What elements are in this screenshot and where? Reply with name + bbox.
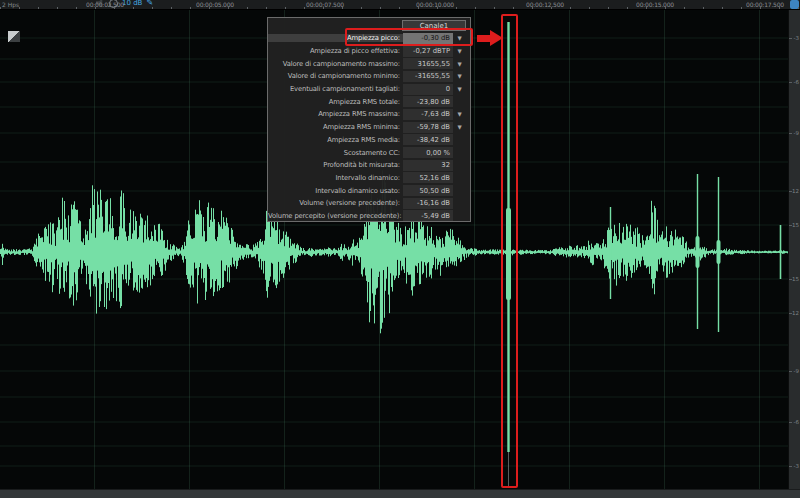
statistics-rows: Ampiezza picco:-0,30 dB▼Ampiezza di picc… xyxy=(268,32,470,222)
statistic-label: Valore di campionamento massimo: xyxy=(268,60,403,68)
ruler-tick xyxy=(608,7,609,9)
amplitude-tick-label: -6 xyxy=(794,419,799,425)
statistic-label: Intervallo dinamico: xyxy=(268,174,403,182)
locate-value-arrow-icon[interactable]: ▼ xyxy=(453,111,466,117)
amplitude-ruler[interactable]: -3-6-9-12-15-15-12-9-6-3 xyxy=(788,9,800,490)
ruler-tick xyxy=(190,7,191,9)
statistic-row: Ampiezza RMS minima:-59,78 dB▼ xyxy=(268,121,470,134)
ruler-tick xyxy=(247,7,248,9)
time-label: 00:00:10.000 xyxy=(416,1,454,8)
ruler-tick xyxy=(494,7,495,9)
amplitude-tick xyxy=(789,313,792,314)
pencil-icon[interactable]: ✎ xyxy=(146,0,153,7)
timeline-ruler[interactable]: 2 Hps 10 dB ✎ 00:00:02.50000:00:05.00000… xyxy=(0,0,800,10)
statistic-row: Volume percepito (versione precedente):-… xyxy=(268,210,470,223)
amplitude-tick xyxy=(789,422,792,423)
statistic-value: -0,27 dBTP xyxy=(403,46,453,57)
statistic-row: Ampiezza RMS massima:-7,63 dB▼ xyxy=(268,108,470,121)
statistic-label: Profondità bit misurata: xyxy=(268,161,403,169)
ruler-tick xyxy=(760,7,761,9)
peak-spike-highlight-box xyxy=(501,14,518,488)
ruler-tick xyxy=(456,7,457,9)
statistic-row: Intervallo dinamico usato:50,50 dB xyxy=(268,184,470,197)
ruler-tick xyxy=(589,7,590,9)
statistic-value: 31655,55 xyxy=(403,58,453,69)
ruler-tick xyxy=(209,7,210,9)
ruler-tick xyxy=(722,7,723,9)
red-arrow-annotation xyxy=(477,30,503,47)
ruler-tick xyxy=(19,7,20,9)
statistic-value: -5,49 dB xyxy=(403,210,453,221)
amplitude-statistics-panel: Canale1 Ampiezza picco:-0,30 dB▼Ampiezza… xyxy=(267,17,471,222)
statistic-row: Volume (versione precedente):-16,16 dB xyxy=(268,197,470,210)
ruler-tick xyxy=(152,7,153,9)
amplitude-tick xyxy=(789,38,792,39)
statistic-value: -59,78 dB xyxy=(403,122,453,133)
ruler-tick xyxy=(95,7,96,9)
time-label: 00:00:02.500 xyxy=(86,1,124,8)
statistic-label: Ampiezza di picco effettiva: xyxy=(268,47,403,55)
ruler-tick xyxy=(57,7,58,9)
amplitude-tick-label: -3 xyxy=(794,35,799,41)
statistic-label: Ampiezza RMS massima: xyxy=(268,110,403,118)
locate-value-arrow-icon[interactable]: ▼ xyxy=(453,73,466,79)
ruler-tick xyxy=(304,7,305,9)
statistic-label: Ampiezza RMS media: xyxy=(268,136,403,144)
statistic-value: -7,63 dB xyxy=(403,109,453,120)
statistic-value: 32 xyxy=(403,160,453,171)
spike-blob xyxy=(696,236,700,268)
statistic-row: Ampiezza RMS totale:-23,80 dB xyxy=(268,95,470,108)
locate-value-arrow-icon[interactable]: ▼ xyxy=(453,48,466,54)
amplitude-tick xyxy=(789,225,792,226)
statistic-value: -31655,55 xyxy=(403,71,453,82)
statistic-label: Ampiezza RMS totale: xyxy=(268,98,403,106)
locate-value-arrow-icon[interactable]: ▼ xyxy=(453,124,466,130)
horizontal-scrollbar[interactable] xyxy=(0,489,800,498)
statistic-value: 50,50 dB xyxy=(403,185,453,196)
amplitude-tick-label: -9 xyxy=(794,130,799,136)
ruler-tick xyxy=(323,7,324,9)
statistic-row: Eventuali campionamenti tagliati:0▼ xyxy=(268,83,470,96)
amplitude-tick xyxy=(789,466,792,467)
statistic-value: -16,16 dB xyxy=(403,198,453,209)
red-arrow-bar xyxy=(477,35,491,42)
statistic-value: -23,80 dB xyxy=(403,96,453,107)
ruler-tick xyxy=(342,7,343,9)
ruler-tick xyxy=(418,7,419,9)
spike-blob xyxy=(717,240,721,264)
gain-value-label[interactable]: 10 dB xyxy=(122,0,142,7)
statistic-row: Valore di campionamento massimo:31655,55… xyxy=(268,57,470,70)
ruler-tick xyxy=(361,7,362,9)
statistic-value: -38,42 dB xyxy=(403,134,453,145)
ruler-tick xyxy=(684,7,685,9)
statistic-label: Intervallo dinamico usato: xyxy=(268,187,403,195)
statistic-row: Scostamento CC:0,00 % xyxy=(268,146,470,159)
amplitude-tick xyxy=(789,371,792,372)
ruler-tick xyxy=(532,7,533,9)
amplitude-tick-label: -3 xyxy=(794,463,799,469)
statistic-row: Ampiezza di picco effettiva:-0,27 dBTP▼ xyxy=(268,45,470,58)
amplitude-tick xyxy=(789,279,792,280)
locate-value-arrow-icon[interactable]: ▼ xyxy=(453,61,466,67)
statistic-label: Scostamento CC: xyxy=(268,149,403,157)
peak-amplitude-highlight-box xyxy=(345,28,473,46)
fold-corner-icon[interactable] xyxy=(8,31,20,42)
audio-editor-window: 2 Hps 10 dB ✎ 00:00:02.50000:00:05.00000… xyxy=(0,0,800,498)
ruler-tick xyxy=(266,7,267,9)
amplitude-tick xyxy=(789,191,792,192)
statistic-value: 0 xyxy=(403,84,453,95)
ruler-tick xyxy=(665,7,666,9)
ruler-tick xyxy=(551,7,552,9)
statistic-label: Eventuali campionamenti tagliati: xyxy=(268,85,403,93)
ruler-tick xyxy=(437,7,438,9)
time-label: 00:00:15.000 xyxy=(636,1,674,8)
ruler-tick xyxy=(380,7,381,9)
ruler-tick xyxy=(0,7,1,9)
statistic-row: Intervallo dinamico:52,16 dB xyxy=(268,172,470,185)
statistic-label: Valore di campionamento minimo: xyxy=(268,72,403,80)
ruler-tick xyxy=(741,7,742,9)
ruler-left-label: 2 Hps xyxy=(2,1,19,8)
ruler-tick xyxy=(703,7,704,9)
time-label: 00:00:07.500 xyxy=(306,1,344,8)
locate-value-arrow-icon[interactable]: ▼ xyxy=(453,86,466,92)
